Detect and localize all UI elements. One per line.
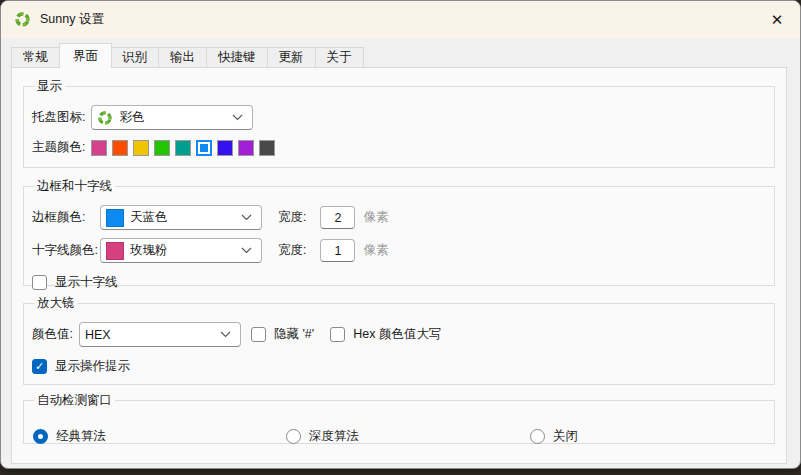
close-button[interactable]: ✕ [754, 1, 800, 38]
chevron-down-icon [241, 214, 252, 221]
border-width-unit: 像素 [363, 209, 388, 226]
radio-deep-algorithm[interactable]: 深度算法 [286, 428, 359, 445]
theme-color-label: 主题颜色: [32, 139, 85, 156]
tray-colored-icon [97, 110, 113, 126]
tab-general[interactable]: 常规 [11, 47, 60, 68]
crosshair-color-label: 十字线颜色: [32, 242, 100, 259]
border-group-title: 边框和十字线 [34, 178, 115, 195]
tray-icon-label: 托盘图标: [32, 109, 85, 126]
chevron-down-icon [220, 331, 231, 338]
radio-selected-icon [33, 429, 48, 444]
border-color-value: 天蓝色 [130, 209, 168, 226]
tab-bar: 常规 界面 识别 输出 快捷键 更新 关于 [11, 45, 364, 68]
theme-swatch-blue-core [200, 144, 208, 152]
display-group: 显示 托盘图标: 彩色 主题颜色: [23, 78, 775, 168]
border-width-input[interactable] [320, 206, 355, 229]
chevron-down-icon [232, 114, 243, 121]
radio-classic-label: 经典算法 [56, 428, 106, 445]
theme-swatch-purple[interactable] [238, 140, 254, 156]
radio-off-label: 关闭 [553, 428, 578, 445]
hex-uppercase-checkbox[interactable]: Hex 颜色值大写 [330, 326, 441, 343]
theme-swatch-blue-selected[interactable] [196, 140, 212, 156]
color-format-select[interactable]: HEX [79, 322, 241, 347]
checkbox-unchecked-icon [330, 327, 345, 342]
border-width-label: 宽度: [278, 209, 306, 226]
radio-deep-label: 深度算法 [309, 428, 359, 445]
crosshair-color-swatch [106, 242, 124, 260]
chevron-down-icon [241, 247, 252, 254]
checkbox-unchecked-icon [32, 275, 47, 290]
color-value-label: 颜色值: [32, 326, 73, 343]
theme-swatch-gray[interactable] [259, 140, 275, 156]
tab-update[interactable]: 更新 [268, 47, 316, 68]
crosshair-color-select[interactable]: 玫瑰粉 [100, 238, 262, 263]
display-group-title: 显示 [34, 78, 65, 95]
magnifier-group-title: 放大镜 [34, 295, 78, 312]
show-crosshair-checkbox[interactable]: 显示十字线 [32, 274, 766, 291]
show-tips-label: 显示操作提示 [55, 358, 130, 375]
radio-unselected-icon [530, 429, 545, 444]
checkbox-unchecked-icon [251, 327, 266, 342]
radio-classic-algorithm[interactable]: 经典算法 [33, 428, 106, 445]
tray-icon-select[interactable]: 彩色 [91, 105, 253, 130]
theme-color-swatches [91, 140, 275, 156]
tray-icon-value: 彩色 [119, 109, 144, 126]
hex-uppercase-label: Hex 颜色值大写 [353, 326, 441, 343]
magnifier-group: 放大镜 颜色值: HEX 隐藏 '#' Hex 颜色值大写 [23, 295, 775, 385]
border-color-swatch [106, 209, 124, 227]
tab-about[interactable]: 关于 [316, 47, 364, 68]
border-crosshair-group: 边框和十字线 边框颜色: 天蓝色 宽度: 像素 十字线颜色: 玫瑰粉 [23, 178, 775, 286]
tab-interface[interactable]: 界面 [59, 43, 112, 68]
autodetect-group: 自动检测窗口 经典算法 深度算法 关闭 [23, 392, 775, 444]
theme-swatch-green[interactable] [154, 140, 170, 156]
interface-tab-panel: 显示 托盘图标: 彩色 主题颜色: [11, 67, 787, 464]
app-logo-icon [14, 11, 31, 28]
show-crosshair-label: 显示十字线 [55, 274, 118, 291]
theme-swatch-teal[interactable] [175, 140, 191, 156]
theme-swatch-violet[interactable] [217, 140, 233, 156]
color-format-value: HEX [85, 328, 111, 342]
hide-hash-checkbox[interactable]: 隐藏 '#' [251, 326, 314, 343]
theme-swatch-pink[interactable] [91, 140, 107, 156]
crosshair-width-unit: 像素 [363, 242, 388, 259]
show-tips-checkbox[interactable]: ✓ 显示操作提示 [32, 358, 766, 375]
settings-window: Sunny 设置 ✕ 常规 界面 识别 输出 快捷键 更新 关于 显示 托盘图标… [0, 0, 801, 469]
theme-swatch-yellow[interactable] [133, 140, 149, 156]
radio-unselected-icon [286, 429, 301, 444]
tab-output[interactable]: 输出 [159, 47, 207, 68]
border-color-select[interactable]: 天蓝色 [100, 205, 262, 230]
crosshair-width-label: 宽度: [278, 242, 306, 259]
tab-recognition[interactable]: 识别 [111, 47, 159, 68]
tab-hotkeys[interactable]: 快捷键 [207, 47, 268, 68]
crosshair-color-value: 玫瑰粉 [130, 242, 168, 259]
window-title: Sunny 设置 [40, 11, 104, 28]
autodetect-group-title: 自动检测窗口 [34, 392, 115, 409]
close-icon: ✕ [771, 11, 784, 29]
theme-swatch-orange[interactable] [112, 140, 128, 156]
radio-off[interactable]: 关闭 [530, 428, 578, 445]
crosshair-width-input[interactable] [320, 239, 355, 262]
border-color-label: 边框颜色: [32, 209, 100, 226]
titlebar: Sunny 设置 ✕ [1, 1, 800, 38]
checkbox-checked-icon: ✓ [32, 359, 47, 374]
hide-hash-label: 隐藏 '#' [274, 326, 314, 343]
